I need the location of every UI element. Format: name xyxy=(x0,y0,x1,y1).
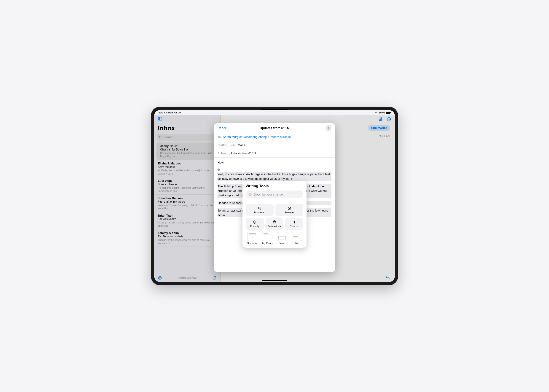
message-item[interactable]: Elisha & Marcus Save the date Hi Maria, … xyxy=(154,160,220,177)
send-button[interactable] xyxy=(325,125,331,131)
professional-button[interactable]: Professional xyxy=(266,218,284,230)
list-icon: ↓ xyxy=(292,232,302,241)
compose-title: Updates from 61° N xyxy=(260,126,289,130)
search-icon xyxy=(159,136,162,139)
writing-tools-popover: Writing Tools Describe your change Proof… xyxy=(242,181,307,248)
svg-point-15 xyxy=(249,194,251,195)
wifi-icon: ᯤ xyxy=(375,111,377,114)
inbox-title: Inbox xyxy=(154,123,220,134)
message-item[interactable]: Brian Tran Fall volleyball? Hi gang, I k… xyxy=(154,212,220,229)
message-item[interactable]: Temmy & Yoko Re: Temmy <> Maria Thanks f… xyxy=(154,229,220,247)
battery-icon xyxy=(386,112,390,114)
intelligence-icon xyxy=(248,192,252,196)
filter-icon[interactable] xyxy=(158,276,162,280)
sidebar: Inbox Search Jenny Court Checklist for D… xyxy=(154,115,220,282)
home-indicator[interactable] xyxy=(262,280,287,281)
rewrite-button[interactable]: Rewrite xyxy=(275,204,303,216)
to-field[interactable]: To: Sarah Murguia, Xiaomeng Zhong, Graha… xyxy=(214,133,335,141)
table-format-button[interactable]: ↓ Table xyxy=(275,232,289,245)
svg-point-16 xyxy=(250,194,251,195)
screen: 9:41 AM Mon Jun 10 ᯤ 100% Inbox Search xyxy=(154,110,395,282)
ipad-device-frame: 9:41 AM Mon Jun 10 ᯤ 100% Inbox Search xyxy=(151,107,398,285)
message-item[interactable]: Luis Vega Book exchange It's that time a… xyxy=(154,177,220,195)
svg-point-11 xyxy=(388,119,388,119)
writing-tools-title: Writing Tools xyxy=(246,184,303,188)
ccbcc-field[interactable]: Cc/Bcc, From: Maria xyxy=(214,141,335,149)
svg-line-3 xyxy=(161,138,162,138)
keypoints-icon: ↓ xyxy=(262,232,272,241)
compose-icon[interactable] xyxy=(378,117,383,121)
status-time-date: 9:41 AM Mon Jun 10 xyxy=(159,111,181,114)
battery-percent: 100% xyxy=(379,111,385,114)
caret-indicator xyxy=(218,168,220,171)
summarize-button[interactable]: Summarize xyxy=(368,125,390,131)
svg-line-20 xyxy=(289,208,290,209)
search-input[interactable]: Search xyxy=(157,134,218,141)
describe-change-input[interactable]: Describe your change xyxy=(246,190,303,198)
concise-button[interactable]: Concise xyxy=(285,218,303,230)
subject-field[interactable]: Subject: Updates from 61° N xyxy=(214,149,335,158)
more-icon[interactable] xyxy=(387,117,391,121)
message-list[interactable]: Jenny Court Checklist for Doyle Bay Hey … xyxy=(154,142,220,274)
svg-point-2 xyxy=(159,136,161,138)
svg-line-18 xyxy=(260,209,261,210)
svg-rect-0 xyxy=(159,117,162,120)
stack-icon[interactable] xyxy=(212,276,217,280)
svg-point-21 xyxy=(253,221,256,224)
cancel-button[interactable]: Cancel xyxy=(218,126,228,130)
svg-point-13 xyxy=(390,119,390,119)
svg-point-22 xyxy=(254,222,254,222)
summary-icon: ↓ xyxy=(247,232,257,241)
sidebar-toggle-icon[interactable] xyxy=(158,116,162,122)
svg-point-23 xyxy=(255,222,255,222)
reply-icon[interactable] xyxy=(385,275,390,280)
status-bar: 9:41 AM Mon Jun 10 ᯤ 100% xyxy=(154,110,395,115)
svg-rect-24 xyxy=(273,221,276,223)
summary-format-button[interactable]: ↓ Summary xyxy=(246,232,259,245)
list-format-button[interactable]: ↓ List xyxy=(290,232,303,245)
friendly-button[interactable]: Friendly xyxy=(246,218,264,230)
updated-status: Updated Just Now xyxy=(178,277,197,279)
proofread-button[interactable]: Proofread xyxy=(246,204,274,216)
message-item[interactable]: Jenny Court Checklist for Doyle Bay Hey … xyxy=(156,142,218,160)
status-right: ᯤ 100% xyxy=(375,111,390,114)
svg-rect-8 xyxy=(213,277,215,280)
svg-point-12 xyxy=(389,119,389,119)
message-item[interactable]: Jonathan Bensen First draft of my thesis… xyxy=(154,195,220,212)
keypoints-format-button[interactable]: ↓ Key Points xyxy=(260,232,274,245)
table-icon: ↓ xyxy=(277,232,287,241)
